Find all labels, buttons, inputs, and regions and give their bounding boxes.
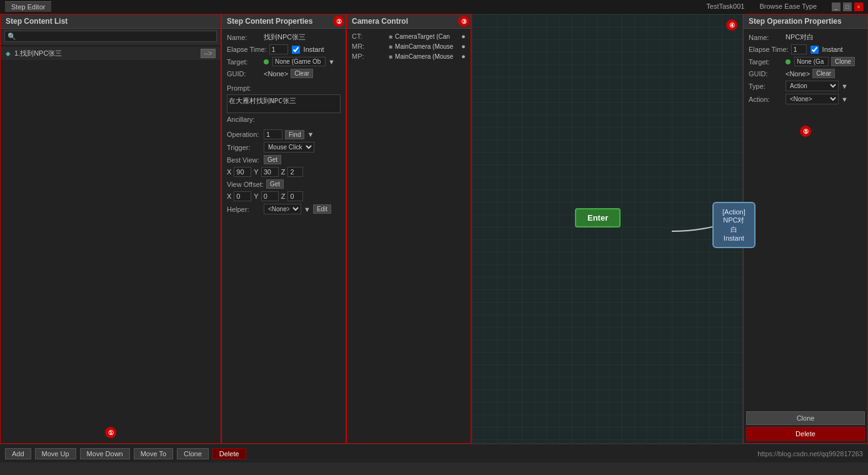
op-name-value: NPC对白 (786, 32, 814, 42)
trigger-select[interactable]: Mouse Click (264, 142, 314, 152)
y2-input[interactable] (261, 191, 279, 201)
op-elapse-input[interactable] (791, 44, 807, 54)
op-target-input[interactable] (794, 57, 829, 66)
move-up-button[interactable]: Move Up (35, 448, 76, 459)
browse-ease-type[interactable]: Browse Ease Type (759, 2, 817, 11)
instant-checkbox[interactable] (292, 46, 300, 54)
step-operation-props-panel: Step Operation Properties Name: NPC对白 El… (743, 14, 868, 444)
x2-input[interactable] (234, 191, 251, 201)
move-down-button[interactable]: Move Down (80, 448, 130, 459)
op-clear-btn[interactable]: Clear (812, 69, 835, 78)
title-bar: Step Editor TestTask001 Browse Ease Type… (0, 0, 868, 14)
clone-bottom-button[interactable]: Clone (177, 448, 209, 459)
edit-button[interactable]: Edit (313, 204, 331, 214)
title-tab[interactable]: Step Editor (5, 1, 51, 12)
section-num-1: ① (105, 427, 116, 438)
section-num-5: ⑤ (800, 126, 811, 137)
z2-input[interactable] (287, 191, 303, 201)
elapse-time-row: Elapse Time: Instant (227, 44, 341, 54)
y-label: Y (254, 168, 258, 176)
elapse-time-input[interactable] (269, 44, 288, 54)
list-items: ◆ 1.找到NPC张三 --> (1, 44, 221, 246)
guid-label: GUID: (227, 70, 261, 78)
right-panel-footer: Clone Delete (744, 409, 867, 443)
list-item-label: 1.找到NPC张三 (14, 49, 197, 58)
op-action-select[interactable]: <None> (786, 94, 839, 104)
op-guid-value: <None> (786, 70, 810, 78)
operation-row: Operation: Find ▼ (227, 129, 341, 139)
ancillary-label: Ancillary: (227, 116, 261, 123)
z-input[interactable] (287, 167, 303, 177)
camera-props-body: CT: ■ CameraTarget (Can ● MR: ■ MainCame… (347, 29, 471, 66)
target-expand[interactable]: ▼ (328, 58, 335, 66)
op-type-row: Type: Action ▼ (749, 81, 862, 91)
prompt-textarea[interactable] (227, 94, 341, 113)
trigger-label: Trigger: (227, 144, 261, 151)
helper-expand[interactable]: ▼ (304, 206, 311, 213)
move-to-button[interactable]: Move To (134, 448, 173, 459)
bottom-bar: Add Move Up Move Down Move To Clone Dele… (0, 444, 868, 462)
name-row: Name: 找到NPC张三 (227, 32, 341, 42)
camera-control-title: Camera Control ③ (347, 14, 471, 29)
list-item[interactable]: ◆ 1.找到NPC张三 --> (1, 47, 221, 60)
action-expand[interactable]: ▼ (841, 96, 848, 103)
operation-input[interactable] (264, 129, 282, 139)
list-item-arrow[interactable]: --> (201, 49, 216, 58)
add-button[interactable]: Add (5, 448, 31, 459)
action-node[interactable]: [Action] NPC对白 Instant (712, 202, 756, 248)
find-button[interactable]: Find (285, 130, 304, 139)
close-button[interactable]: × (854, 2, 863, 11)
right-panel-body: Name: NPC对白 Elapse Time: Instant Target:… (744, 29, 867, 409)
find-expand[interactable]: ▼ (307, 131, 314, 138)
footer-url: https://blog.csdn.net/qq992817263 (757, 450, 863, 458)
canvas-area[interactable]: ④ Enter [Action] NPC对白 Instant (471, 14, 743, 444)
clear-button[interactable]: Clear (291, 69, 313, 78)
op-type-select[interactable]: Action (786, 81, 839, 91)
y-input[interactable] (261, 167, 279, 177)
step-operation-props-title: Step Operation Properties (744, 14, 867, 29)
prompt-label-row: Prompt: (227, 84, 341, 92)
props-body: Name: 找到NPC张三 Elapse Time: Instant Targe… (222, 29, 346, 221)
maximize-button[interactable]: □ (843, 2, 852, 11)
op-target-row: Target: Clone (749, 57, 862, 66)
minimize-button[interactable]: _ (832, 2, 841, 11)
ct-label: CT: (352, 32, 386, 40)
ancillary-row: Ancillary: (227, 116, 341, 123)
prompt-label: Prompt: (227, 84, 261, 92)
get-button-1[interactable]: Get (264, 155, 281, 164)
camera-control-panel: Camera Control ③ CT: ■ CameraTarget (Can… (346, 14, 471, 444)
type-expand[interactable]: ▼ (841, 82, 848, 90)
clone-button[interactable]: Clone (746, 411, 865, 425)
enter-node[interactable]: Enter (575, 208, 621, 228)
prompt-value-row (227, 94, 341, 113)
x-input[interactable] (234, 167, 251, 177)
section-num-4: ④ (726, 19, 737, 31)
ct-row: CT: ■ CameraTarget (Can ● (352, 32, 466, 40)
mp-dot[interactable]: ● (461, 52, 466, 60)
op-target-dot (786, 59, 791, 64)
main-layout: Step Content List ◆ 1.找到NPC张三 --> ① Step… (0, 14, 868, 444)
mr-icon: ■ (389, 43, 392, 50)
ct-value: CameraTarget (Can (395, 33, 450, 40)
helper-select[interactable]: <None> (264, 204, 301, 214)
delete-bottom-button[interactable]: Delete (212, 448, 246, 459)
op-elapse-label: Elapse Time: (749, 46, 789, 53)
mr-dot[interactable]: ● (461, 42, 466, 50)
best-view-row: Best View: Get (227, 155, 341, 164)
op-type-label: Type: (749, 82, 783, 90)
title-controls: TestTask001 Browse Ease Type _ □ × (706, 2, 863, 11)
list-item-icon: ◆ (6, 50, 11, 57)
mr-row: MR: ■ MainCamera (Mouse ● (352, 42, 466, 50)
op-instant-checkbox[interactable] (811, 46, 819, 54)
subtitle-label: TestTask001 (706, 2, 744, 11)
op-instant-label: Instant (822, 46, 843, 53)
delete-button[interactable]: Delete (746, 427, 865, 441)
ct-dot[interactable]: ● (461, 32, 466, 40)
target-input[interactable] (272, 57, 326, 66)
op-guid-label: GUID: (749, 70, 783, 78)
search-input[interactable] (4, 31, 217, 42)
get-button-2[interactable]: Get (266, 179, 284, 189)
mr-value: MainCamera (Mouse (395, 43, 453, 50)
op-action-label: Action: (749, 96, 783, 103)
op-clone-btn-inline[interactable]: Clone (831, 57, 855, 66)
